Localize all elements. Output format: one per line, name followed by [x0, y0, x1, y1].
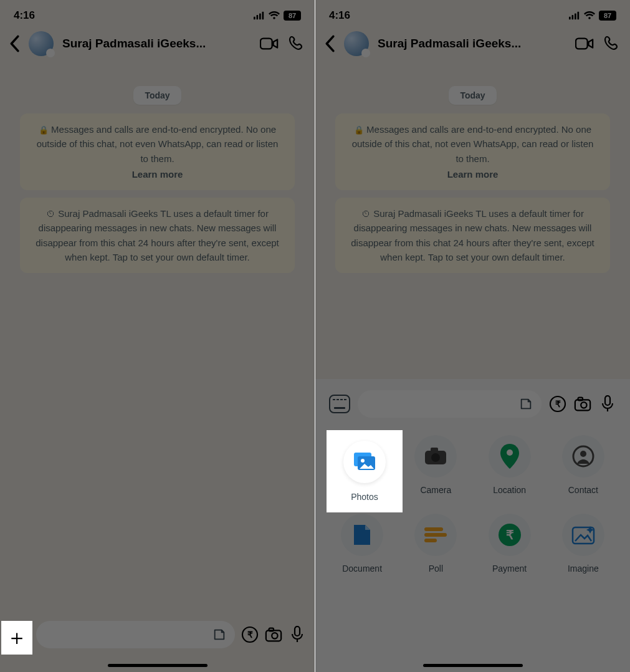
back-icon[interactable] — [324, 35, 335, 52]
voice-call-icon[interactable] — [603, 36, 621, 52]
imagine-ai-icon — [562, 514, 604, 556]
attach-sheet: ₹ Photos Camera Location — [315, 379, 630, 672]
mic-icon[interactable] — [289, 626, 306, 643]
sheet-input-row: ₹ — [322, 390, 624, 429]
attach-document[interactable]: Document — [325, 514, 399, 574]
svg-rect-4 — [260, 39, 272, 49]
svg-point-9 — [272, 633, 277, 638]
contact-person-icon — [562, 435, 604, 478]
learn-more-link[interactable]: Learn more — [32, 167, 282, 181]
attach-payment[interactable]: ₹ Payment — [473, 514, 546, 574]
encryption-text: Messages and calls are end-to-end encryp… — [352, 124, 594, 164]
svg-text:₹: ₹ — [247, 630, 253, 640]
attach-photos-highlight[interactable]: Photos — [327, 430, 403, 512]
sticker-icon[interactable] — [519, 397, 533, 411]
message-input-bar: ＋ ₹ — [0, 616, 315, 657]
encryption-text: Messages and calls are end-to-end encryp… — [37, 124, 279, 164]
svg-rect-31 — [424, 527, 443, 531]
message-input[interactable] — [36, 621, 235, 648]
encryption-notice[interactable]: 🔒 Messages and calls are end-to-end encr… — [335, 113, 610, 190]
rupee-pay-icon[interactable]: ₹ — [549, 395, 566, 413]
disappearing-notice[interactable]: ⏲ Suraj Padmasali iGeeks TL uses a defau… — [335, 198, 610, 273]
video-call-icon[interactable] — [575, 36, 594, 52]
attach-label: Location — [493, 485, 526, 495]
svg-text:₹: ₹ — [555, 399, 561, 409]
encryption-notice[interactable]: 🔒 Messages and calls are end-to-end encr… — [20, 113, 295, 190]
location-pin-icon — [489, 435, 531, 478]
home-indicator[interactable] — [423, 664, 523, 667]
attach-label: Poll — [429, 564, 443, 574]
phone-screen-right: 4:16 87 Suraj Padmasali iGeeks... Today … — [315, 0, 630, 672]
contact-name[interactable]: Suraj Padmasali iGeeks... — [62, 37, 251, 50]
svg-rect-21 — [605, 396, 610, 405]
lock-icon: 🔒 — [39, 125, 49, 135]
contact-avatar[interactable] — [344, 31, 369, 56]
svg-rect-12 — [572, 15, 574, 19]
svg-rect-2 — [259, 13, 261, 19]
date-pill: Today — [133, 86, 181, 105]
svg-rect-11 — [569, 17, 571, 20]
poll-icon — [414, 514, 457, 556]
sticker-icon[interactable] — [212, 628, 226, 641]
wifi-icon — [584, 11, 595, 20]
status-time: 4:16 — [329, 9, 350, 22]
attach-imagine[interactable]: Imagine — [546, 514, 620, 574]
video-call-icon[interactable] — [260, 36, 279, 52]
chat-area: Today 🔒 Messages and calls are end-to-en… — [315, 62, 630, 273]
contact-name[interactable]: Suraj Padmasali iGeeks... — [378, 37, 566, 50]
svg-point-28 — [507, 449, 513, 456]
svg-point-20 — [581, 402, 586, 408]
svg-rect-0 — [254, 17, 255, 20]
rupee-pay-icon[interactable]: ₹ — [241, 626, 259, 643]
cellular-icon — [569, 11, 580, 20]
contact-avatar[interactable] — [29, 31, 54, 56]
document-icon — [341, 514, 383, 556]
photos-icon — [343, 441, 386, 483]
attach-label: Payment — [492, 564, 527, 574]
battery-badge: 87 — [284, 11, 301, 21]
attach-poll[interactable]: Poll — [399, 514, 472, 574]
voice-call-icon[interactable] — [287, 36, 306, 52]
disappearing-text: Suraj Padmasali iGeeks TL uses a default… — [351, 208, 594, 262]
date-pill: Today — [449, 86, 496, 105]
keyboard-toggle-icon[interactable] — [329, 395, 350, 413]
svg-point-30 — [580, 451, 586, 457]
attach-contact[interactable]: Contact — [546, 435, 620, 495]
attach-label: Camera — [420, 485, 451, 495]
camera-grey-icon — [414, 435, 457, 478]
camera-icon[interactable] — [574, 395, 591, 413]
disappearing-text: Suraj Padmasali iGeeks TL uses a default… — [36, 208, 279, 262]
timer-icon: ⏲ — [46, 208, 55, 219]
svg-point-39 — [361, 459, 365, 463]
phone-screen-left: 4:16 87 Suraj Padmasali iGeeks... Today … — [0, 0, 315, 672]
status-bar: 4:16 87 — [315, 0, 630, 27]
back-icon[interactable] — [9, 35, 20, 52]
status-time: 4:16 — [14, 9, 35, 22]
disappearing-notice[interactable]: ⏲ Suraj Padmasali iGeeks TL uses a defau… — [20, 198, 295, 273]
learn-more-link[interactable]: Learn more — [348, 167, 598, 181]
svg-rect-14 — [578, 12, 580, 20]
camera-icon[interactable] — [265, 626, 282, 643]
svg-rect-32 — [424, 533, 447, 537]
svg-rect-19 — [578, 398, 583, 401]
chat-header: Suraj Padmasali iGeeks... — [315, 27, 630, 62]
svg-rect-7 — [266, 630, 281, 641]
attach-location[interactable]: Location — [473, 435, 546, 495]
home-indicator[interactable] — [108, 664, 208, 667]
attach-label: Contact — [568, 485, 598, 495]
chat-area: Today 🔒 Messages and calls are end-to-en… — [0, 62, 315, 273]
svg-rect-33 — [424, 539, 437, 542]
wifi-icon — [269, 11, 280, 20]
attach-label: Photos — [351, 492, 378, 502]
attach-plus-highlight[interactable]: ＋ — [1, 621, 32, 655]
attach-label: Imagine — [568, 564, 599, 574]
svg-text:₹: ₹ — [505, 528, 513, 542]
svg-rect-3 — [262, 12, 264, 20]
status-right: 87 — [569, 11, 616, 21]
message-input[interactable] — [358, 390, 542, 418]
cellular-icon — [254, 11, 265, 20]
payment-rupee-icon: ₹ — [489, 514, 531, 556]
status-right: 87 — [254, 11, 301, 21]
attach-camera[interactable]: Camera — [399, 435, 472, 495]
mic-icon[interactable] — [599, 395, 616, 413]
